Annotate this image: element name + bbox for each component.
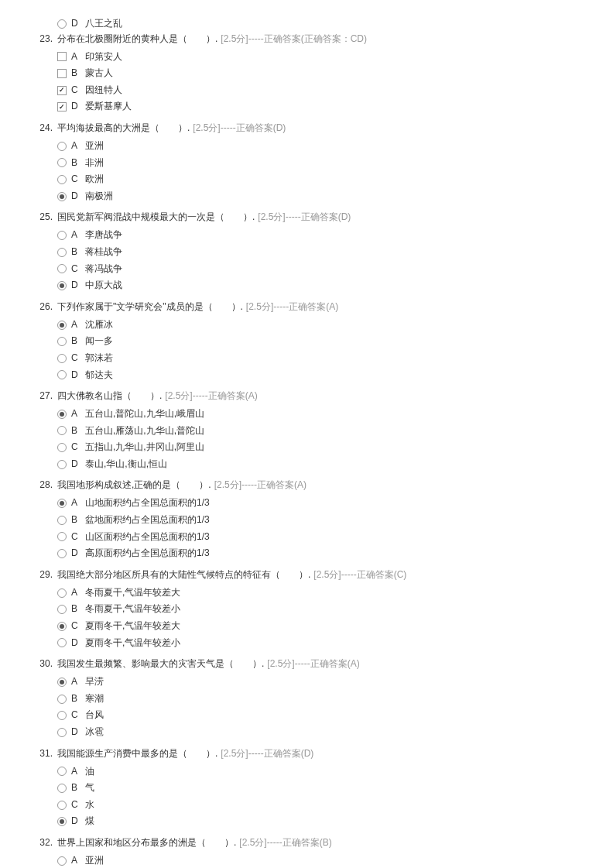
option-text: 旱涝 <box>85 674 582 691</box>
radio-icon[interactable] <box>57 801 67 810</box>
radio-icon[interactable] <box>57 192 67 201</box>
option-row[interactable]: A油 <box>57 763 582 781</box>
option-row[interactable]: C水 <box>57 797 582 814</box>
option-row[interactable]: C山区面积约占全国总面积的1/3 <box>57 529 582 546</box>
option-text: 因纽特人 <box>85 82 582 99</box>
option-text: 台风 <box>85 707 582 724</box>
radio-icon[interactable] <box>57 499 67 508</box>
radio-icon[interactable] <box>57 856 67 866</box>
option-row[interactable]: D郁达夫 <box>57 367 582 384</box>
radio-icon[interactable] <box>57 678 67 687</box>
option-row[interactable]: B蒙古人 <box>57 65 582 82</box>
radio-icon[interactable] <box>57 532 67 541</box>
radio-icon[interactable] <box>57 588 67 598</box>
option-row[interactable]: A五台山,普陀山,九华山,峨眉山 <box>57 406 582 423</box>
option-row[interactable]: B气 <box>57 780 582 797</box>
checkbox-icon[interactable] <box>57 86 67 95</box>
radio-icon[interactable] <box>57 321 67 330</box>
question: 29.我国绝大部分地区所具有的大陆性气候特点的特征有（ ）.[2.5分]----… <box>31 568 582 651</box>
option-row[interactable]: A旱涝 <box>57 674 582 691</box>
question: 26.下列作家属于"文学研究会"成员的是（ ）.[2.5分]-----正确答案(… <box>31 300 582 383</box>
radio-icon[interactable] <box>57 443 67 452</box>
radio-icon[interactable] <box>57 142 67 151</box>
question-header: 25.国民党新军阀混战中规模最大的一次是（ ）.[2.5分]-----正确答案(… <box>31 211 582 224</box>
radio-icon[interactable] <box>57 638 67 647</box>
question-header: 27.四大佛教名山指（ ）.[2.5分]-----正确答案(A) <box>31 389 582 403</box>
option-row[interactable]: B非洲 <box>57 155 582 172</box>
option-row[interactable]: D 八王之乱 <box>57 15 582 33</box>
option-row[interactable]: B闻一多 <box>57 333 582 350</box>
radio-icon[interactable] <box>57 410 67 419</box>
option-row[interactable]: B冬雨夏干,气温年较差小 <box>57 601 582 618</box>
option-letter: C <box>71 797 80 814</box>
option-row[interactable]: D夏雨冬干,气温年较差小 <box>57 635 582 652</box>
option-row[interactable]: C欧洲 <box>57 171 582 188</box>
radio-icon[interactable] <box>57 175 67 184</box>
checkbox-icon[interactable] <box>57 102 67 112</box>
radio-icon[interactable] <box>57 231 67 240</box>
option-row[interactable]: D南极洲 <box>57 188 582 205</box>
question-stem-wrap: 我国能源生产消费中最多的是（ ）.[2.5分]-----正确答案(D) <box>57 747 582 760</box>
option-row[interactable]: A亚洲 <box>57 853 582 868</box>
radio-icon[interactable] <box>57 767 67 776</box>
option-row[interactable]: C五指山,九华山,井冈山,阿里山 <box>57 439 582 456</box>
question-number: 26. <box>31 301 57 312</box>
radio-icon[interactable] <box>57 19 67 29</box>
option-row[interactable]: C因纽特人 <box>57 82 582 99</box>
checkbox-icon[interactable] <box>57 52 67 61</box>
question: 31.我国能源生产消费中最多的是（ ）.[2.5分]-----正确答案(D)A油… <box>31 747 582 830</box>
radio-icon[interactable] <box>57 248 67 257</box>
option-row[interactable]: C台风 <box>57 707 582 724</box>
option-row[interactable]: D爱斯基摩人 <box>57 98 582 115</box>
radio-icon[interactable] <box>57 337 67 346</box>
radio-icon[interactable] <box>57 605 67 614</box>
radio-icon[interactable] <box>57 264 67 273</box>
option-row[interactable]: D高原面积约占全国总面积的1/3 <box>57 545 582 562</box>
option-text: 夏雨冬干,气温年较差小 <box>85 635 582 652</box>
radio-icon[interactable] <box>57 460 67 469</box>
option-letter: B <box>71 512 80 529</box>
option-letter: D <box>71 456 80 473</box>
option-text: 冰雹 <box>85 724 582 741</box>
options-list: A亚洲B非洲C大洋洲D欧洲 <box>31 853 582 868</box>
question: 30.我国发生最频繁、影响最大的灾害天气是（ ）.[2.5分]-----正确答案… <box>31 657 582 740</box>
option-row[interactable]: A冬雨夏干,气温年较差大 <box>57 585 582 602</box>
options-list: A印第安人B蒙古人C因纽特人D爱斯基摩人 <box>31 49 582 115</box>
option-row[interactable]: C夏雨冬干,气温年较差大 <box>57 618 582 635</box>
question-stem: 平均海拔最高的大洲是（ ）. <box>57 122 190 133</box>
option-row[interactable]: A山地面积约占全国总面积的1/3 <box>57 495 582 512</box>
option-row[interactable]: D冰雹 <box>57 724 582 741</box>
option-row[interactable]: A亚洲 <box>57 138 582 155</box>
option-row[interactable]: D中原大战 <box>57 277 582 294</box>
option-row[interactable]: B寒潮 <box>57 691 582 708</box>
option-row[interactable]: C郭沫若 <box>57 350 582 367</box>
option-row[interactable]: B五台山,雁荡山,九华山,普陀山 <box>57 423 582 440</box>
radio-icon[interactable] <box>57 784 67 793</box>
radio-icon[interactable] <box>57 426 67 435</box>
radio-icon[interactable] <box>57 817 67 826</box>
option-row[interactable]: C蒋冯战争 <box>57 261 582 278</box>
radio-icon[interactable] <box>57 695 67 704</box>
option-letter: B <box>71 423 80 440</box>
option-row[interactable]: A印第安人 <box>57 49 582 66</box>
option-letter: A <box>71 585 80 602</box>
radio-icon[interactable] <box>57 711 67 720</box>
option-row[interactable]: B蒋桂战争 <box>57 244 582 261</box>
option-text: 闻一多 <box>85 333 582 350</box>
option-row[interactable]: B盆地面积约占全国总面积的1/3 <box>57 512 582 529</box>
checkbox-icon[interactable] <box>57 69 67 78</box>
option-text: 五台山,雁荡山,九华山,普陀山 <box>85 423 582 440</box>
question-stem: 国民党新军阀混战中规模最大的一次是（ ）. <box>57 211 255 222</box>
option-row[interactable]: A沈雁冰 <box>57 317 582 334</box>
radio-icon[interactable] <box>57 516 67 525</box>
radio-icon[interactable] <box>57 622 67 631</box>
radio-icon[interactable] <box>57 158 67 167</box>
radio-icon[interactable] <box>57 281 67 290</box>
radio-icon[interactable] <box>57 728 67 737</box>
radio-icon[interactable] <box>57 354 67 363</box>
radio-icon[interactable] <box>57 549 67 558</box>
option-row[interactable]: D泰山,华山,衡山,恒山 <box>57 456 582 473</box>
radio-icon[interactable] <box>57 370 67 379</box>
option-row[interactable]: A李唐战争 <box>57 227 582 244</box>
option-row[interactable]: D煤 <box>57 813 582 830</box>
